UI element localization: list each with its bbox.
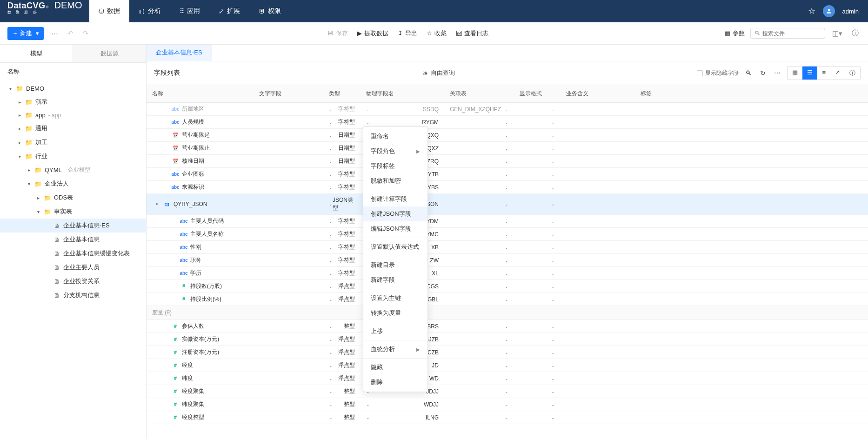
more-icon[interactable]: ⋯ [49, 27, 60, 40]
layout-icon[interactable]: ◫▾ [830, 27, 844, 40]
tree-folder[interactable]: ▸📁加工 [0, 135, 146, 149]
search-box[interactable]: 🔍︎ [750, 28, 825, 39]
chevron-down-icon[interactable]: ⌄ [551, 376, 555, 381]
chevron-down-icon[interactable]: ⌄ [505, 258, 508, 263]
content-tab[interactable]: 企业基本信息-ES [147, 45, 212, 61]
nav-chart[interactable]: ⫾⫿分析 [129, 0, 170, 22]
column-header[interactable]: 显示格式 [514, 85, 561, 103]
table-row[interactable]: #持股数(万股) ⌄浮点型 ⌄CGS ⌄ ⌄ [147, 280, 868, 293]
chevron-down-icon[interactable]: ⌄ [329, 107, 333, 112]
context-menu-item[interactable]: 删除 [363, 375, 427, 390]
tree-folder[interactable]: ▾📁事实表 [0, 205, 146, 219]
chevron-down-icon[interactable]: ⌄ [505, 202, 508, 206]
tree-folder[interactable]: ▾📁DEMO [0, 82, 146, 95]
view-grid-icon[interactable]: ▦ [788, 67, 802, 80]
chevron-down-icon[interactable]: ⌄ [329, 133, 333, 138]
toolbar-play-button[interactable]: ▶提取数据 [357, 29, 388, 38]
chevron-down-icon[interactable]: ⌄ [551, 350, 555, 355]
chevron-down-icon[interactable]: ⌄ [551, 271, 555, 276]
chevron-down-icon[interactable]: ⌄ [329, 185, 333, 190]
chevron-down-icon[interactable]: ⌄ [551, 219, 555, 224]
chevron-down-icon[interactable]: ⌄ [551, 107, 555, 112]
username[interactable]: admin [842, 8, 859, 15]
column-header[interactable]: 物理字段名 [361, 85, 444, 103]
chevron-down-icon[interactable]: ⌄ [551, 324, 555, 329]
tree-folder[interactable]: ▸📁QYML - 企业模型 [0, 163, 146, 177]
context-menu-item[interactable]: 血统分析▶ [363, 342, 427, 357]
chevron-down-icon[interactable]: ⌄ [329, 297, 333, 302]
chevron-down-icon[interactable]: ⌄ [505, 133, 508, 138]
table-row[interactable]: abc企业图标 ⌄字符型 ⌄QYTB ⌄ ⌄ [147, 168, 868, 181]
undo-icon[interactable]: ↶ [66, 27, 75, 40]
chevron-down-icon[interactable]: ⌄ [329, 271, 333, 276]
chevron-down-icon[interactable]: ⌄ [551, 232, 555, 237]
chevron-down-icon[interactable]: ⌄ [505, 324, 508, 329]
chevron-down-icon[interactable]: ⌄ [329, 376, 333, 381]
tree-file[interactable]: 🗎分支机构信息 [0, 288, 146, 302]
chevron-down-icon[interactable]: ⌄ [551, 185, 555, 190]
favorite-icon[interactable]: ☆ [808, 6, 815, 16]
chevron-down-icon[interactable]: ⌄ [329, 146, 333, 151]
context-menu-item[interactable]: 上移 [363, 324, 427, 339]
chevron-down-icon[interactable]: ⌄ [329, 245, 333, 250]
table-row[interactable]: #经度 ⌄浮点型 ⌄JD ⌄ ⌄ [147, 359, 868, 372]
chevron-down-icon[interactable]: ⌄ [551, 120, 555, 125]
refresh-icon[interactable]: 🔍︎ [743, 67, 754, 79]
reload-icon[interactable]: ↻ [758, 67, 768, 79]
chevron-down-icon[interactable]: ⌄ [505, 172, 508, 177]
tree-file[interactable]: 🗎企业基本信息-ES [0, 219, 146, 233]
context-menu-item[interactable]: 转换为度量 [363, 306, 427, 320]
context-menu-item[interactable]: 设置默认值表达式 [363, 239, 427, 254]
redo-icon[interactable]: ↷ [81, 27, 91, 40]
table-row[interactable]: abc主要人员名称 ⌄字符型 ⌄ZYRYMC ⌄ ⌄ [147, 228, 868, 241]
chevron-down-icon[interactable]: ⌄ [551, 284, 555, 289]
chevron-down-icon[interactable]: ⌄ [505, 159, 508, 164]
chevron-down-icon[interactable]: ⌄ [551, 389, 555, 394]
chevron-down-icon[interactable]: ⌄ [551, 159, 555, 164]
chevron-down-icon[interactable]: ⌄ [329, 219, 333, 224]
toolbar-save-button[interactable]: 💾︎保存 [327, 29, 348, 38]
context-menu-item[interactable]: 新建目录 [363, 258, 427, 273]
chevron-down-icon[interactable]: ⌄ [329, 363, 333, 368]
context-menu-item[interactable]: 字段角色▶ [363, 144, 427, 159]
chevron-down-icon[interactable]: ⌄ [505, 107, 508, 112]
table-row[interactable]: #纬度 ⌄浮点型 ⌄WD ⌄ ⌄ [147, 372, 868, 385]
table-row[interactable]: #实缴资本(万元) ⌄浮点型 ⌄SJZB ⌄ ⌄ [147, 333, 868, 346]
toolbar-star-button[interactable]: ☆收藏 [427, 29, 447, 38]
chevron-down-icon[interactable]: ⌄ [505, 219, 508, 224]
chevron-down-icon[interactable]: ⌄ [329, 284, 333, 289]
context-menu-item[interactable]: 新建字段 [363, 273, 427, 287]
table-row[interactable]: abc职务 ⌄字符型 ⌄ZW ⌄ ⌄ [147, 254, 868, 267]
chevron-down-icon[interactable]: ⌄ [551, 402, 555, 407]
tree-folder[interactable]: ▸📁通用 [0, 121, 146, 135]
chevron-down-icon[interactable]: ⌄ [551, 297, 555, 302]
table-row[interactable]: abc人员规模 ⌄字符型 ⌄RYGM ⌄ ⌄ [147, 116, 868, 129]
chevron-down-icon[interactable]: ⌄ [551, 258, 555, 263]
chevron-down-icon[interactable]: ⌄ [505, 297, 508, 302]
chevron-down-icon[interactable]: ⌄ [329, 258, 333, 263]
chevron-down-icon[interactable]: ⌄ [366, 120, 370, 125]
chevron-down-icon[interactable]: ⌄ [505, 284, 508, 289]
chevron-down-icon[interactable]: ⌄ [329, 337, 333, 342]
table-row[interactable]: #持股比例(%) ⌄浮点型 ⌄CGBL ⌄ ⌄ [147, 293, 868, 306]
chevron-down-icon[interactable]: ⌄ [366, 415, 370, 420]
view-lines-icon[interactable]: ≡ [817, 67, 830, 80]
chevron-down-icon[interactable]: ⌄ [329, 159, 333, 164]
chevron-down-icon[interactable]: ⌄ [505, 232, 508, 237]
table-row[interactable]: abc学历 ⌄字符型 ⌄XL ⌄ ⌄ [147, 267, 868, 280]
chevron-down-icon[interactable]: ⌄ [505, 376, 508, 381]
column-header[interactable]: 业务含义 [561, 85, 635, 103]
chevron-down-icon[interactable]: ⌄ [329, 402, 333, 407]
table-row[interactable]: abc来源标识 ⌄字符型 ⌄LYBS ⌄ ⌄ [147, 181, 868, 194]
chevron-down-icon[interactable]: ⌄ [505, 271, 508, 276]
context-menu-item[interactable]: 脱敏和加密 [363, 173, 427, 188]
column-header[interactable]: 名称 [147, 85, 254, 103]
table-row[interactable]: 📅核准日期 ⌄日期型 ⌄HZRQ ⌄ ⌄ [147, 155, 868, 168]
chevron-down-icon[interactable]: ⌄ [505, 415, 508, 420]
chevron-down-icon[interactable]: ⌄ [505, 402, 508, 407]
info-icon[interactable]: ⓘ [850, 27, 861, 40]
tree-file[interactable]: 🗎企业基本信息缓慢变化表 [0, 246, 146, 260]
table-row[interactable]: 📅营业期限起 ⌄日期型 ⌄YYQXQ ⌄ ⌄ [147, 129, 868, 142]
chevron-down-icon[interactable]: ⌄ [505, 363, 508, 368]
nav-apps[interactable]: ⠿应用 [170, 0, 209, 22]
